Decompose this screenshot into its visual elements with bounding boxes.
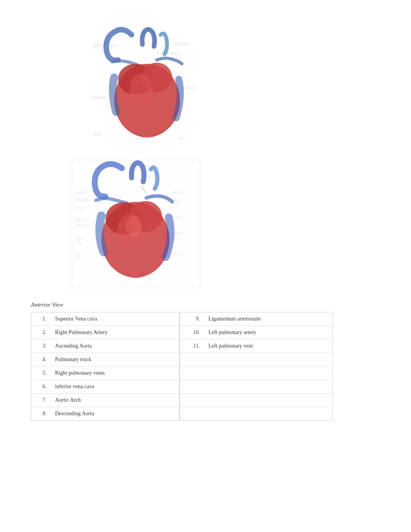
right-num-7: [180, 394, 203, 407]
left-label-8: Descending Aorta: [50, 407, 179, 421]
left-label-7: Aortic Arch: [50, 394, 179, 407]
svg-text:Superior: Superior: [75, 218, 86, 221]
svg-point-11: [130, 73, 153, 104]
svg-text:Right PA: Right PA: [75, 191, 87, 194]
images-section: Superior Vena Cava Aortic Arch Pulmonary…: [31, 23, 380, 290]
right-label-3: Left pulmonary vein: [203, 339, 332, 353]
heart-image-bottom: Right PA Ascending Aorta Superior Vena c…: [70, 159, 201, 290]
right-label-8: [203, 407, 332, 421]
svg-point-34: [126, 215, 141, 237]
left-num-1: 1.: [31, 312, 50, 326]
anatomy-list-table: 1. Superior Vena cava 9. Ligamentum arte…: [31, 312, 333, 421]
section-title: Anterior View: [31, 302, 380, 308]
svg-text:Descend.: Descend.: [135, 136, 148, 140]
table-row: 4. Pulmonary truck: [31, 353, 333, 367]
svg-text:Left PA: Left PA: [172, 216, 182, 219]
table-row: 7. Aortic Arch: [31, 394, 333, 407]
heart-image-top: Superior Vena Cava Aortic Arch Pulmonary…: [85, 23, 209, 147]
left-label-5: Right pulmonary veins: [50, 367, 179, 380]
left-label-6: inferior vena cava: [50, 380, 179, 394]
svg-text:Pulm.: Pulm.: [75, 237, 83, 240]
table-row: 8. Descending Aorta: [31, 407, 333, 421]
left-num-4: 4.: [31, 353, 50, 367]
left-num-5: 5.: [31, 367, 50, 380]
left-label-2: Right Pulmonary Artery: [50, 326, 179, 339]
right-label-4: [203, 353, 332, 367]
svg-text:Apex: Apex: [178, 136, 185, 140]
svg-text:Aortic Arch: Aortic Arch: [170, 191, 185, 194]
table-row: 2. Right Pulmonary Artery 10. Left pulmo…: [31, 326, 333, 339]
left-label-1: Superior Vena cava: [50, 312, 179, 326]
table-row: 1. Superior Vena cava 9. Ligamentum arte…: [31, 312, 333, 326]
left-num-2: 2.: [31, 326, 50, 339]
left-num-3: 3.: [31, 339, 50, 353]
right-label-5: [203, 367, 332, 380]
right-num-5: [180, 367, 203, 380]
svg-text:veins: veins: [75, 242, 82, 245]
anterior-view-section: Anterior View 1. Superior Vena cava 9. L…: [31, 302, 380, 421]
left-num-7: 7.: [31, 394, 50, 407]
svg-text:IVC: IVC: [75, 254, 81, 258]
right-num-8: [180, 407, 203, 421]
svg-text:Lig. art.: Lig. art.: [172, 252, 182, 255]
table-row: 3. Ascending Aorta 11. Left pulmonary ve…: [31, 339, 333, 353]
right-label-2: Left pulmonary artery: [203, 326, 332, 339]
svg-text:Inferior: Inferior: [93, 133, 103, 136]
svg-text:Aorta: Aorta: [75, 206, 83, 210]
table-row: 6. inferior vena cava: [31, 380, 333, 394]
svg-text:Vena cava: Vena cava: [75, 223, 88, 227]
right-num-4: [180, 353, 203, 367]
svg-text:Ascending: Ascending: [75, 198, 89, 202]
svg-text:Right Pulm. A: Right Pulm. A: [91, 96, 109, 99]
right-label-7: [203, 394, 332, 407]
left-label-3: Ascending Aorta: [50, 339, 179, 353]
right-label-6: [203, 380, 332, 394]
right-label-1: Ligamentum arteriosum: [203, 312, 332, 326]
right-num-3: 11.: [180, 339, 203, 353]
svg-text:Aortic Arch: Aortic Arch: [174, 42, 189, 45]
svg-text:trunk: trunk: [172, 203, 179, 206]
left-label-4: Pulmonary truck: [50, 353, 179, 367]
right-num-6: [180, 380, 203, 394]
table-row: 5. Right pulmonary veins: [31, 367, 333, 380]
left-num-6: 6.: [31, 380, 50, 394]
left-num-8: 8.: [31, 407, 50, 421]
right-num-1: 9.: [180, 312, 203, 326]
right-num-2: 10.: [180, 326, 203, 339]
